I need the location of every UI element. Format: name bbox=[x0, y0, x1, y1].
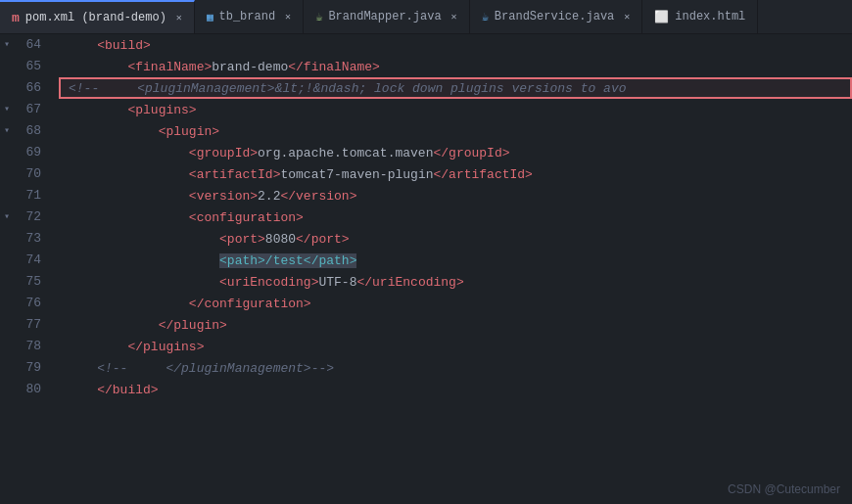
code-line-74: 💡 <path>/test</path> bbox=[59, 250, 852, 271]
tab-icon-html: ⬜ bbox=[654, 10, 669, 24]
code-line-71: <version>2.2</version> bbox=[59, 185, 852, 206]
gutter-line-72: ▾ 72 bbox=[0, 206, 49, 228]
tab-tbbrand-label: tb_brand bbox=[219, 10, 276, 23]
gutter-line-66: 66 bbox=[0, 77, 49, 99]
tab-icon-java-blue: ☕ bbox=[482, 10, 489, 24]
code-line-80: </build> bbox=[59, 379, 852, 400]
tab-brandservice-close[interactable]: ✕ bbox=[624, 11, 630, 23]
tab-tbbrand-close[interactable]: ✕ bbox=[285, 11, 291, 23]
gutter-line-74: 74 bbox=[0, 250, 49, 271]
code-line-77: </plugin> bbox=[59, 314, 852, 336]
gutter-line-80: 80 bbox=[0, 379, 49, 400]
code-line-70: <artifactId>tomcat7-maven-plugin</artifa… bbox=[59, 163, 852, 185]
code-line-73: <port>8080</port> bbox=[59, 228, 852, 250]
code-line-64: <build> bbox=[59, 34, 852, 56]
code-line-72: <configuration> bbox=[59, 206, 852, 228]
gutter-line-76: 76 bbox=[0, 293, 49, 314]
tab-brandmapper-close[interactable]: ✕ bbox=[451, 11, 457, 23]
code-line-78: </plugins> bbox=[59, 336, 852, 357]
gutter-line-64: ▾ 64 bbox=[0, 34, 49, 56]
gutter: ▾ 64 65 66 ▾ 67 ▾ 68 69 70 71 ▾ 72 bbox=[0, 34, 59, 504]
tab-brandservice-label: BrandService.java bbox=[495, 10, 614, 23]
code-line-75: <uriEncoding>UTF-8</uriEncoding> bbox=[59, 271, 852, 293]
tab-index[interactable]: ⬜ index.html bbox=[642, 0, 758, 34]
gutter-line-79: 79 bbox=[0, 357, 49, 379]
fold-arrow-64[interactable]: ▾ bbox=[4, 34, 10, 56]
tab-brandmapper-label: BrandMapper.java bbox=[328, 10, 441, 23]
tab-pom-label: pom.xml (brand-demo) bbox=[25, 11, 166, 24]
gutter-line-67: ▾ 67 bbox=[0, 99, 49, 120]
gutter-line-71: 71 bbox=[0, 185, 49, 206]
code-line-65: <finalName>brand-demo</finalName> bbox=[59, 56, 852, 77]
tab-tbbrand[interactable]: ▦ tb_brand ✕ bbox=[195, 0, 304, 34]
gutter-line-65: 65 bbox=[0, 56, 49, 77]
tab-brandservice[interactable]: ☕ BrandService.java ✕ bbox=[470, 0, 643, 34]
code-area[interactable]: <build> <finalName>brand-demo</finalName… bbox=[59, 34, 852, 504]
gutter-line-70: 70 bbox=[0, 163, 49, 185]
fold-arrow-72[interactable]: ▾ bbox=[4, 206, 10, 228]
tab-icon-m: m bbox=[12, 11, 20, 25]
code-line-68: <plugin> bbox=[59, 120, 852, 142]
gutter-line-69: 69 bbox=[0, 142, 49, 163]
gutter-line-68: ▾ 68 bbox=[0, 120, 49, 142]
fold-arrow-68[interactable]: ▾ bbox=[4, 120, 10, 142]
code-line-67: <plugins> bbox=[59, 99, 852, 120]
fold-arrow-67[interactable]: ▾ bbox=[4, 99, 10, 120]
code-line-69: <groupId>org.apache.tomcat.maven</groupI… bbox=[59, 142, 852, 163]
gutter-line-75: 75 bbox=[0, 271, 49, 293]
code-line-79: <!-- </pluginManagement>--> bbox=[59, 357, 852, 379]
watermark: CSDN @Cutecumber bbox=[728, 482, 840, 496]
gutter-line-73: 73 bbox=[0, 228, 49, 250]
tab-pom[interactable]: m pom.xml (brand-demo) ✕ bbox=[0, 0, 195, 34]
code-line-66: <!-- <pluginManagement>&lt;!&ndash; lock… bbox=[59, 77, 852, 99]
tab-pom-close[interactable]: ✕ bbox=[176, 12, 182, 23]
tab-bar: m pom.xml (brand-demo) ✕ ▦ tb_brand ✕ ☕ … bbox=[0, 0, 852, 34]
gutter-line-78: 78 bbox=[0, 336, 49, 357]
code-line-76: </configuration> bbox=[59, 293, 852, 314]
gutter-line-77: 77 bbox=[0, 314, 49, 336]
tab-index-label: index.html bbox=[675, 10, 745, 23]
tab-brandmapper[interactable]: ☕ BrandMapper.java ✕ bbox=[304, 0, 469, 34]
tab-icon-java-green: ☕ bbox=[315, 10, 322, 24]
editor-area: ▾ 64 65 66 ▾ 67 ▾ 68 69 70 71 ▾ 72 bbox=[0, 34, 852, 504]
tab-icon-db: ▦ bbox=[207, 11, 213, 23]
